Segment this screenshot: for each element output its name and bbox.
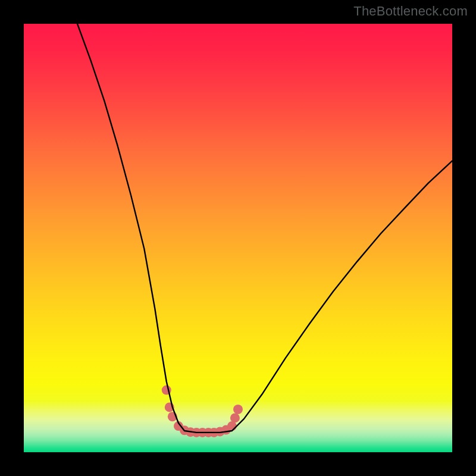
watermark-text: TheBottleneck.com: [353, 4, 468, 19]
bottleneck-curve: [77, 24, 452, 433]
bottom-marker-dot: [233, 405, 243, 414]
bottom-marker-dot: [227, 421, 237, 431]
plot-area: [24, 24, 452, 452]
outer-black-frame: TheBottleneck.com: [0, 0, 476, 476]
bottom-marker-dot: [230, 413, 240, 422]
curve-layer: [24, 24, 452, 452]
